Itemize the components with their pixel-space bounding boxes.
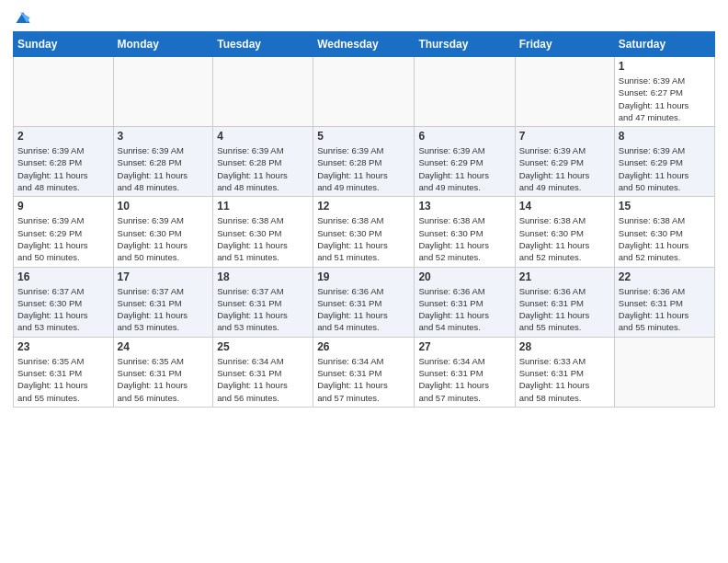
calendar-cell [313, 57, 415, 127]
calendar-cell: 17Sunrise: 6:37 AM Sunset: 6:31 PM Dayli… [113, 267, 213, 337]
day-number: 27 [418, 340, 510, 353]
calendar-cell [14, 57, 114, 127]
day-number: 18 [217, 270, 309, 283]
day-info: Sunrise: 6:39 AM Sunset: 6:30 PM Dayligh… [118, 214, 210, 263]
day-number: 4 [217, 130, 309, 143]
calendar-cell: 21Sunrise: 6:36 AM Sunset: 6:31 PM Dayli… [515, 267, 614, 337]
day-number: 5 [317, 130, 410, 143]
header [13, 9, 715, 26]
calendar-cell: 25Sunrise: 6:34 AM Sunset: 6:31 PM Dayli… [213, 337, 313, 407]
calendar-cell [614, 337, 714, 407]
weekday-tuesday: Tuesday [213, 32, 313, 57]
calendar-cell: 8Sunrise: 6:39 AM Sunset: 6:29 PM Daylig… [614, 127, 714, 197]
day-info: Sunrise: 6:39 AM Sunset: 6:29 PM Dayligh… [418, 144, 510, 193]
day-number: 16 [17, 270, 109, 283]
page: SundayMondayTuesdayWednesdayThursdayFrid… [0, 0, 728, 563]
day-info: Sunrise: 6:34 AM Sunset: 6:31 PM Dayligh… [217, 355, 309, 404]
calendar-cell: 22Sunrise: 6:36 AM Sunset: 6:31 PM Dayli… [614, 267, 714, 337]
logo [13, 9, 31, 26]
calendar-cell [415, 57, 515, 127]
weekday-header-row: SundayMondayTuesdayWednesdayThursdayFrid… [14, 32, 715, 57]
calendar-cell: 5Sunrise: 6:39 AM Sunset: 6:28 PM Daylig… [313, 127, 415, 197]
day-number: 25 [217, 340, 309, 353]
day-info: Sunrise: 6:34 AM Sunset: 6:31 PM Dayligh… [418, 355, 510, 404]
logo-icon [15, 9, 31, 26]
day-info: Sunrise: 6:39 AM Sunset: 6:28 PM Dayligh… [217, 144, 309, 193]
calendar-cell: 10Sunrise: 6:39 AM Sunset: 6:30 PM Dayli… [113, 197, 213, 267]
week-row-5: 23Sunrise: 6:35 AM Sunset: 6:31 PM Dayli… [14, 337, 715, 407]
day-number: 24 [118, 340, 210, 353]
calendar-cell [113, 57, 213, 127]
day-number: 2 [17, 130, 109, 143]
day-number: 14 [519, 200, 610, 213]
calendar: SundayMondayTuesdayWednesdayThursdayFrid… [13, 31, 715, 408]
day-info: Sunrise: 6:38 AM Sunset: 6:30 PM Dayligh… [217, 214, 309, 263]
day-number: 7 [519, 130, 610, 143]
day-number: 11 [217, 200, 309, 213]
calendar-cell: 11Sunrise: 6:38 AM Sunset: 6:30 PM Dayli… [213, 197, 313, 267]
day-info: Sunrise: 6:34 AM Sunset: 6:31 PM Dayligh… [317, 355, 410, 404]
calendar-cell: 1Sunrise: 6:39 AM Sunset: 6:27 PM Daylig… [614, 57, 714, 127]
day-info: Sunrise: 6:36 AM Sunset: 6:31 PM Dayligh… [519, 285, 610, 334]
day-info: Sunrise: 6:38 AM Sunset: 6:30 PM Dayligh… [317, 214, 410, 263]
day-info: Sunrise: 6:39 AM Sunset: 6:29 PM Dayligh… [619, 144, 711, 193]
day-number: 22 [619, 270, 711, 283]
day-info: Sunrise: 6:37 AM Sunset: 6:31 PM Dayligh… [217, 285, 309, 334]
day-info: Sunrise: 6:39 AM Sunset: 6:29 PM Dayligh… [519, 144, 610, 193]
calendar-cell: 16Sunrise: 6:37 AM Sunset: 6:30 PM Dayli… [14, 267, 114, 337]
week-row-2: 2Sunrise: 6:39 AM Sunset: 6:28 PM Daylig… [14, 127, 715, 197]
day-number: 21 [519, 270, 610, 283]
day-info: Sunrise: 6:36 AM Sunset: 6:31 PM Dayligh… [317, 285, 410, 334]
weekday-friday: Friday [515, 32, 614, 57]
day-number: 23 [17, 340, 109, 353]
day-number: 9 [17, 200, 109, 213]
calendar-cell: 18Sunrise: 6:37 AM Sunset: 6:31 PM Dayli… [213, 267, 313, 337]
day-info: Sunrise: 6:33 AM Sunset: 6:31 PM Dayligh… [519, 355, 610, 404]
day-number: 12 [317, 200, 410, 213]
day-info: Sunrise: 6:36 AM Sunset: 6:31 PM Dayligh… [418, 285, 510, 334]
day-info: Sunrise: 6:39 AM Sunset: 6:28 PM Dayligh… [118, 144, 210, 193]
day-info: Sunrise: 6:39 AM Sunset: 6:28 PM Dayligh… [17, 144, 109, 193]
calendar-cell: 24Sunrise: 6:35 AM Sunset: 6:31 PM Dayli… [113, 337, 213, 407]
weekday-sunday: Sunday [14, 32, 114, 57]
day-number: 15 [619, 200, 711, 213]
week-row-4: 16Sunrise: 6:37 AM Sunset: 6:30 PM Dayli… [14, 267, 715, 337]
day-number: 20 [418, 270, 510, 283]
week-row-1: 1Sunrise: 6:39 AM Sunset: 6:27 PM Daylig… [14, 57, 715, 127]
day-number: 13 [418, 200, 510, 213]
day-number: 17 [118, 270, 210, 283]
weekday-monday: Monday [113, 32, 213, 57]
day-number: 8 [619, 130, 711, 143]
day-number: 19 [317, 270, 410, 283]
calendar-cell: 4Sunrise: 6:39 AM Sunset: 6:28 PM Daylig… [213, 127, 313, 197]
week-row-3: 9Sunrise: 6:39 AM Sunset: 6:29 PM Daylig… [14, 197, 715, 267]
day-info: Sunrise: 6:38 AM Sunset: 6:30 PM Dayligh… [619, 214, 711, 263]
day-info: Sunrise: 6:39 AM Sunset: 6:29 PM Dayligh… [17, 214, 109, 263]
weekday-thursday: Thursday [415, 32, 515, 57]
weekday-wednesday: Wednesday [313, 32, 415, 57]
day-info: Sunrise: 6:37 AM Sunset: 6:30 PM Dayligh… [17, 285, 109, 334]
calendar-cell: 12Sunrise: 6:38 AM Sunset: 6:30 PM Dayli… [313, 197, 415, 267]
day-number: 6 [418, 130, 510, 143]
weekday-saturday: Saturday [614, 32, 714, 57]
calendar-cell: 20Sunrise: 6:36 AM Sunset: 6:31 PM Dayli… [415, 267, 515, 337]
day-number: 1 [619, 60, 711, 73]
calendar-cell: 27Sunrise: 6:34 AM Sunset: 6:31 PM Dayli… [415, 337, 515, 407]
day-info: Sunrise: 6:37 AM Sunset: 6:31 PM Dayligh… [118, 285, 210, 334]
calendar-cell: 3Sunrise: 6:39 AM Sunset: 6:28 PM Daylig… [113, 127, 213, 197]
calendar-cell [515, 57, 614, 127]
calendar-cell: 7Sunrise: 6:39 AM Sunset: 6:29 PM Daylig… [515, 127, 614, 197]
calendar-cell: 14Sunrise: 6:38 AM Sunset: 6:30 PM Dayli… [515, 197, 614, 267]
day-info: Sunrise: 6:39 AM Sunset: 6:28 PM Dayligh… [317, 144, 410, 193]
calendar-cell: 19Sunrise: 6:36 AM Sunset: 6:31 PM Dayli… [313, 267, 415, 337]
day-info: Sunrise: 6:38 AM Sunset: 6:30 PM Dayligh… [418, 214, 510, 263]
calendar-cell: 23Sunrise: 6:35 AM Sunset: 6:31 PM Dayli… [14, 337, 114, 407]
day-info: Sunrise: 6:39 AM Sunset: 6:27 PM Dayligh… [619, 75, 711, 123]
calendar-cell [213, 57, 313, 127]
calendar-cell: 28Sunrise: 6:33 AM Sunset: 6:31 PM Dayli… [515, 337, 614, 407]
day-info: Sunrise: 6:35 AM Sunset: 6:31 PM Dayligh… [17, 355, 109, 404]
day-info: Sunrise: 6:38 AM Sunset: 6:30 PM Dayligh… [519, 214, 610, 263]
calendar-cell: 15Sunrise: 6:38 AM Sunset: 6:30 PM Dayli… [614, 197, 714, 267]
calendar-cell: 13Sunrise: 6:38 AM Sunset: 6:30 PM Dayli… [415, 197, 515, 267]
calendar-cell: 2Sunrise: 6:39 AM Sunset: 6:28 PM Daylig… [14, 127, 114, 197]
